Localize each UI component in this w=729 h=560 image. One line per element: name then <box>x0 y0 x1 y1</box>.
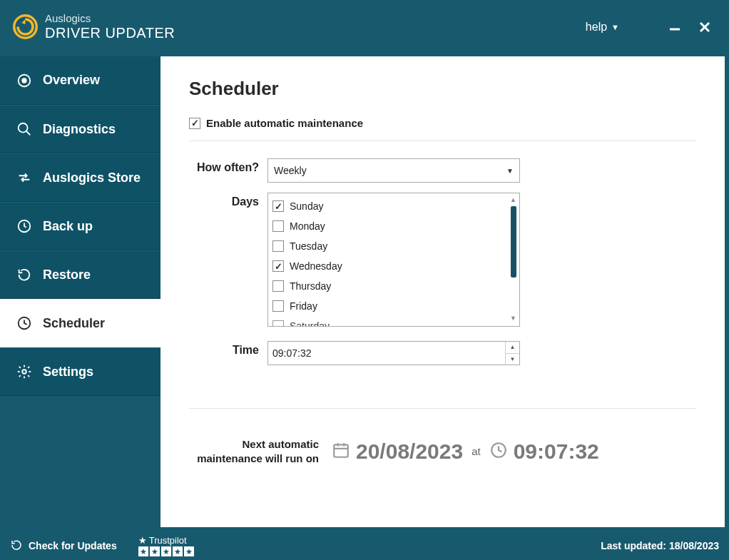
day-row: Saturday <box>272 316 515 327</box>
days-scrollbar[interactable]: ▲ ▼ <box>509 196 517 323</box>
scroll-down-icon[interactable]: ▼ <box>510 315 516 323</box>
content: Scheduler Enable automatic maintenance H… <box>160 56 725 527</box>
svg-point-5 <box>22 78 26 83</box>
refresh-icon <box>10 539 23 554</box>
scroll-up-icon[interactable]: ▲ <box>510 196 516 205</box>
close-button[interactable] <box>695 17 715 37</box>
statusbar: Check for Updates ★ Trustpilot ★ ★ ★ ★ ★… <box>0 531 729 560</box>
day-row: Sunday <box>272 196 515 216</box>
svg-line-7 <box>26 131 31 136</box>
swap-icon <box>16 169 33 186</box>
time-label: Time <box>189 341 267 357</box>
day-label: Saturday <box>290 320 330 327</box>
target-icon <box>16 72 33 89</box>
check-for-updates-label: Check for Updates <box>29 540 117 551</box>
sidebar-item-label: Overview <box>43 73 100 88</box>
backup-icon <box>16 218 33 235</box>
time-value: 09:07:32 <box>268 342 505 365</box>
trustpilot-stars: ★ ★ ★ ★ ★ <box>138 546 194 556</box>
sidebar-item-label: Back up <box>43 219 93 234</box>
trustpilot-label: ★ Trustpilot <box>138 535 187 546</box>
sidebar-item-diagnostics[interactable]: Diagnostics <box>0 105 160 153</box>
day-label: Friday <box>290 300 317 312</box>
star-icon: ★ <box>184 546 194 556</box>
titlebar: Auslogics DRIVER UPDATER help ▼ <box>0 0 729 54</box>
svg-rect-11 <box>334 444 348 457</box>
day-checkbox-tuesday[interactable] <box>272 240 284 252</box>
next-run-date: 20/08/2023 <box>356 439 463 464</box>
app-brand-top: Auslogics <box>45 13 175 25</box>
day-checkbox-thursday[interactable] <box>272 280 284 292</box>
sidebar-item-label: Diagnostics <box>43 122 116 137</box>
svg-point-10 <box>22 370 26 374</box>
search-icon <box>16 121 33 138</box>
day-label: Wednesday <box>290 260 342 272</box>
minimize-button[interactable] <box>665 17 685 37</box>
clock-icon <box>16 315 33 332</box>
star-icon: ★ <box>138 535 147 546</box>
day-label: Thursday <box>290 280 331 292</box>
svg-point-6 <box>19 123 28 133</box>
clock-icon <box>489 441 508 462</box>
calendar-icon <box>332 441 350 462</box>
star-icon: ★ <box>150 546 160 556</box>
time-spinner: ▲ ▼ <box>505 342 519 365</box>
next-run-label: Next automatic maintenance will run on <box>189 437 332 465</box>
days-label: Days <box>189 193 267 208</box>
sidebar-item-label: Settings <box>43 365 93 380</box>
how-often-select[interactable]: Weekly ▼ <box>267 158 520 183</box>
next-run-time: 09:07:32 <box>514 439 599 464</box>
help-menu[interactable]: help ▼ <box>586 21 619 34</box>
day-checkbox-saturday[interactable] <box>272 320 284 327</box>
sidebar-item-settings[interactable]: Settings <box>0 347 160 396</box>
sidebar-item-label: Scheduler <box>43 316 105 331</box>
day-row: Monday <box>272 216 515 236</box>
sidebar-item-scheduler[interactable]: Scheduler <box>0 299 160 347</box>
sidebar: Overview Diagnostics Auslogics Store Bac… <box>0 54 160 531</box>
star-icon: ★ <box>173 546 183 556</box>
app-window: Auslogics DRIVER UPDATER help ▼ Overview <box>0 0 729 560</box>
sidebar-item-overview[interactable]: Overview <box>0 56 160 105</box>
day-row: Thursday <box>272 276 515 296</box>
next-run-section: Next automatic maintenance will run on 2… <box>189 408 696 465</box>
app-name: Auslogics DRIVER UPDATER <box>45 13 175 41</box>
days-listbox[interactable]: Sunday Monday Tuesday Wednesday Thursday… <box>267 193 520 327</box>
last-updated-label: Last updated: 18/08/2023 <box>601 540 719 551</box>
sidebar-item-restore[interactable]: Restore <box>0 250 160 299</box>
day-checkbox-sunday[interactable] <box>272 200 284 212</box>
spin-up-icon[interactable]: ▲ <box>506 342 519 354</box>
check-for-updates-button[interactable]: Check for Updates <box>10 539 117 554</box>
sidebar-item-label: Auslogics Store <box>43 170 141 185</box>
chevron-down-icon: ▼ <box>611 23 619 31</box>
enable-auto-maintenance-label: Enable automatic maintenance <box>206 117 363 129</box>
day-label: Sunday <box>290 200 323 212</box>
restore-icon <box>16 266 33 283</box>
sidebar-item-store[interactable]: Auslogics Store <box>0 153 160 202</box>
day-row: Tuesday <box>272 236 515 256</box>
enable-auto-maintenance-row: Enable automatic maintenance <box>189 117 696 129</box>
gear-icon <box>16 363 33 380</box>
page-title: Scheduler <box>189 78 696 100</box>
day-row: Wednesday <box>272 256 515 276</box>
day-label: Monday <box>290 220 325 232</box>
divider <box>189 141 696 141</box>
day-checkbox-monday[interactable] <box>272 220 284 232</box>
how-often-label: How often? <box>189 158 267 174</box>
app-brand-bottom: DRIVER UPDATER <box>45 25 175 41</box>
scroll-thumb[interactable] <box>511 206 516 278</box>
day-row: Friday <box>272 296 515 316</box>
spin-down-icon[interactable]: ▼ <box>506 354 519 365</box>
chevron-down-icon: ▼ <box>506 167 514 175</box>
day-checkbox-wednesday[interactable] <box>272 260 284 272</box>
enable-auto-maintenance-checkbox[interactable] <box>189 118 200 129</box>
sidebar-item-label: Restore <box>43 268 91 282</box>
trustpilot-badge[interactable]: ★ Trustpilot ★ ★ ★ ★ ★ <box>138 535 194 556</box>
next-run-at: at <box>471 445 481 457</box>
day-checkbox-friday[interactable] <box>272 300 284 312</box>
time-input[interactable]: 09:07:32 ▲ ▼ <box>267 341 520 365</box>
sidebar-item-backup[interactable]: Back up <box>0 202 160 250</box>
day-label: Tuesday <box>290 240 327 252</box>
app-logo-icon <box>13 14 38 39</box>
how-often-value: Weekly <box>274 165 307 176</box>
help-label: help <box>586 21 607 34</box>
